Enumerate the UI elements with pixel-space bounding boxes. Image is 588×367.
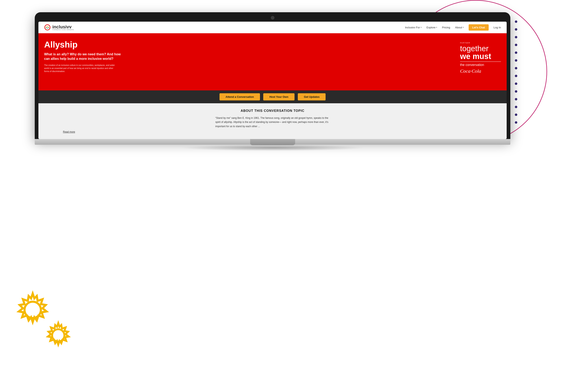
nav-links: Inclusivv For ▾ Explore ▾ Pricing About … <box>405 24 501 31</box>
svg-point-2 <box>45 25 50 30</box>
chevron-down-icon: ▾ <box>436 26 437 28</box>
laptop-mockup: inclusivv FORMERLY CIVIC DINNERS Inclusi… <box>35 12 510 151</box>
logo-icon <box>44 24 51 31</box>
gear-small-icon <box>43 320 74 351</box>
laptop-camera <box>271 16 275 20</box>
hero-section: Allyship What is an ally? Why do we need… <box>38 33 507 91</box>
about-title: ABOUT THIS CONVERSATION TOPIC <box>63 109 482 113</box>
website-screen: inclusivv FORMERLY CIVIC DINNERS Inclusi… <box>38 22 507 139</box>
partner-conversation: the conversation <box>460 63 484 67</box>
chevron-down-icon: ▾ <box>463 26 464 28</box>
hero-title: Allyship <box>44 40 456 50</box>
laptop-base <box>35 139 510 145</box>
about-body-text: “Stand by me” sang Ben E. King in 1961. … <box>216 116 330 128</box>
site-navbar: inclusivv FORMERLY CIVIC DINNERS Inclusi… <box>38 22 507 33</box>
logo-subtitle: FORMERLY CIVIC DINNERS <box>52 29 74 31</box>
partner-we-must: we must <box>460 52 491 60</box>
hero-description: The creation of an inclusive culture in … <box>44 64 118 73</box>
partner-together: together <box>460 45 488 52</box>
chevron-down-icon: ▾ <box>421 26 422 28</box>
about-section: ABOUT THIS CONVERSATION TOPIC “Stand by … <box>38 103 507 139</box>
site-logo: inclusivv FORMERLY CIVIC DINNERS <box>44 24 74 31</box>
laptop-stand <box>250 139 295 145</box>
login-button[interactable]: Log In <box>493 26 501 29</box>
gear-decoration <box>12 289 74 351</box>
cta-bar: Attend a Conversation Host Your Own Get … <box>38 91 507 103</box>
read-more-link[interactable]: Read more <box>63 130 482 133</box>
nav-explore[interactable]: Explore ▾ <box>426 26 437 29</box>
hero-left-content: Allyship What is an ally? Why do we need… <box>44 40 456 73</box>
partner-divider <box>460 61 501 62</box>
partner-brand: Coca·Cola <box>460 68 481 74</box>
logo-text: inclusivv <box>52 24 71 29</box>
host-your-own-button[interactable]: Host Your Own <box>263 93 294 100</box>
nav-pricing[interactable]: Pricing <box>442 26 450 29</box>
partner-label: PARTNER <box>460 42 470 44</box>
nav-inclusivv-for[interactable]: Inclusivv For ▾ <box>405 26 422 29</box>
get-updates-button[interactable]: Get Updates <box>298 93 326 100</box>
attend-conversation-button[interactable]: Attend a Conversation <box>219 93 260 100</box>
lets-chat-button[interactable]: Let's Chat <box>469 24 489 31</box>
nav-about[interactable]: About ▾ <box>455 26 464 29</box>
hero-partner-content: PARTNER together we must the conversatio… <box>460 40 501 74</box>
laptop-shadow <box>181 145 365 151</box>
hero-subtitle: What is an ally? Why do we need them? An… <box>44 52 122 61</box>
laptop-screen-frame: inclusivv FORMERLY CIVIC DINNERS Inclusi… <box>35 12 510 139</box>
